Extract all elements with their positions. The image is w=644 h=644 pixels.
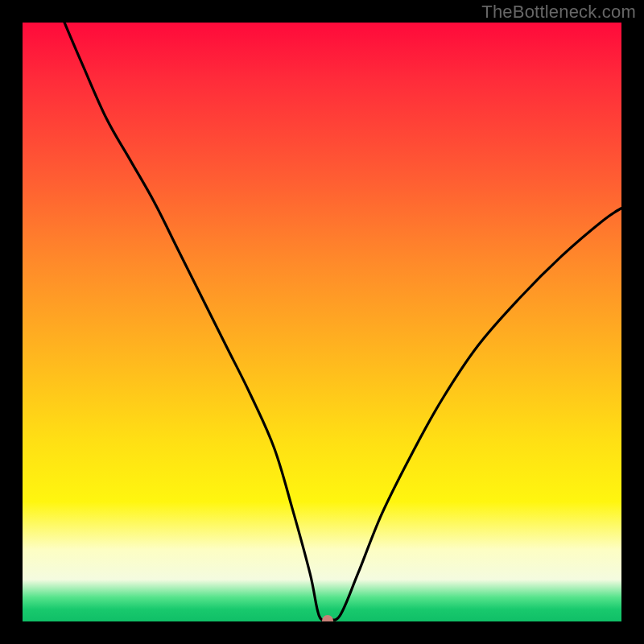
plot-area <box>23 23 621 621</box>
optimal-point-marker <box>322 615 333 622</box>
bottleneck-curve <box>23 23 621 621</box>
chart-frame: TheBottleneck.com <box>0 0 644 644</box>
watermark-text: TheBottleneck.com <box>481 2 636 23</box>
